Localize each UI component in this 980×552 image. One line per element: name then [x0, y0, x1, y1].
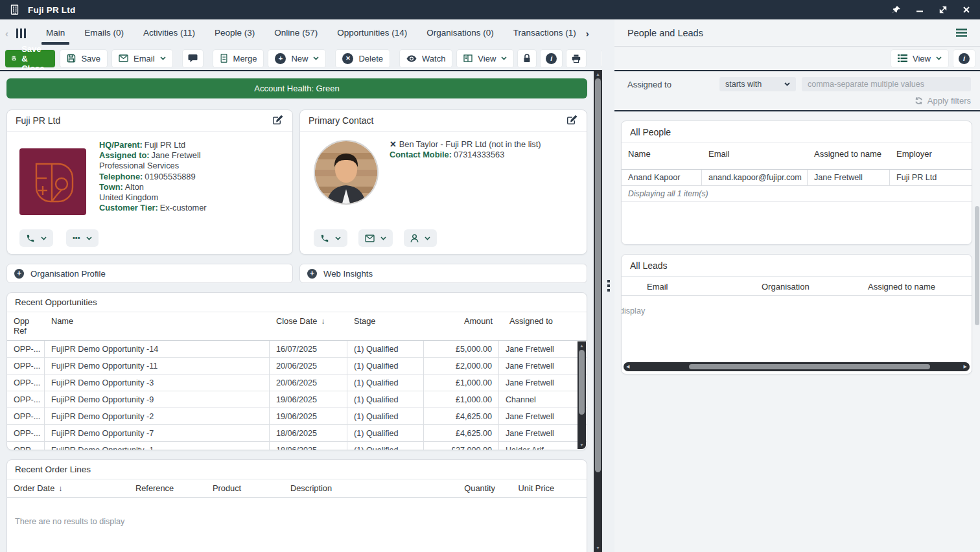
edit-organisation-button[interactable]	[272, 115, 284, 126]
columns-icon	[463, 54, 472, 62]
table-row[interactable]: OPP-... FujiPR Demo Opportunity -1 18/06…	[7, 442, 587, 450]
eye-icon	[406, 55, 417, 62]
close-icon[interactable]	[962, 6, 970, 14]
chevron-down-icon	[501, 56, 507, 60]
chevron-down-icon	[425, 236, 430, 240]
organisation-profile-label: Organisation Profile	[30, 269, 106, 279]
comment-button[interactable]	[183, 50, 203, 67]
delete-button[interactable]: ✕ Delete	[336, 50, 390, 67]
tabs-scroll-left-icon[interactable]: ‹	[5, 28, 8, 39]
table-row[interactable]: OPP-... FujiPR Demo Opportunity -9 19/06…	[7, 391, 587, 408]
record-tab[interactable]: People (3)	[205, 19, 264, 47]
watch-button[interactable]: Watch	[400, 50, 452, 67]
all-leads-card: All Leads Email Organisation Assigned to…	[621, 254, 972, 374]
right-panel-toolbar: View i	[614, 47, 980, 70]
info-button[interactable]: i	[541, 50, 562, 67]
email-button[interactable]: Email	[112, 50, 172, 67]
web-insights-panel[interactable]: + Web Insights	[299, 264, 587, 283]
envelope-icon	[365, 235, 375, 242]
hamburger-menu-icon[interactable]	[956, 29, 967, 37]
ellipsis-icon: •••	[73, 235, 80, 242]
right-panel-scrollbar[interactable]	[975, 206, 979, 325]
record-tab[interactable]: Activities (11)	[134, 19, 205, 47]
col-email[interactable]: Email	[647, 282, 668, 292]
col-email[interactable]: Email	[702, 149, 808, 169]
table-row[interactable]: OPP-... FujiPR Demo Opportunity -11 20/0…	[7, 358, 587, 374]
col-name[interactable]: Name	[45, 312, 270, 340]
lock-button[interactable]	[518, 50, 536, 67]
record-tab[interactable]: Transactions (1)	[504, 19, 586, 47]
main-scrollbar[interactable]: ▲ ▼	[594, 70, 602, 552]
contact-mobile-line: Contact Mobile:07314333563	[390, 150, 541, 160]
edit-contact-button[interactable]	[566, 115, 578, 126]
save-and-close-button[interactable]: Save & Close	[5, 50, 55, 67]
col-assigned-to-name[interactable]: Assigned to name	[808, 149, 890, 169]
view-button[interactable]: View	[457, 50, 513, 67]
col-amount[interactable]: Amount	[424, 312, 499, 340]
apply-filters-button[interactable]: Apply filters	[627, 96, 971, 106]
opportunities-scrollbar[interactable]: ▲ ▼	[578, 341, 586, 449]
table-row[interactable]: OPP-... FujiPR Demo Opportunity -14 16/0…	[7, 341, 587, 358]
col-stage[interactable]: Stage	[347, 312, 424, 340]
col-organisation[interactable]: Organisation	[762, 282, 810, 292]
save-button[interactable]: Save	[60, 50, 107, 67]
phone-icon	[26, 234, 35, 243]
col-description[interactable]: Description	[290, 483, 411, 493]
col-assigned-to[interactable]: Assigned to	[499, 312, 587, 340]
chevron-down-icon	[335, 236, 341, 240]
recent-order-lines-card: Recent Order Lines Order Date↓ Reference…	[6, 459, 587, 552]
chevron-down-icon	[86, 236, 92, 240]
tab-grip-icon[interactable]	[16, 29, 26, 38]
col-product[interactable]: Product	[213, 483, 290, 493]
col-name[interactable]: Name	[622, 149, 702, 169]
chevron-down-icon	[784, 82, 790, 86]
maximize-icon[interactable]	[939, 5, 948, 14]
contact-avatar	[314, 140, 379, 205]
order-lines-header-row: Order Date↓ Reference Product Descriptio…	[7, 479, 587, 498]
col-quantity[interactable]: Quantity	[411, 483, 495, 493]
contact-email-button[interactable]	[358, 229, 393, 247]
record-tab[interactable]: Emails (0)	[75, 19, 134, 47]
col-unit-price[interactable]: Unit Price	[495, 483, 587, 493]
contact-call-button[interactable]	[314, 229, 347, 247]
org-call-button[interactable]	[19, 229, 53, 247]
filter-value-input[interactable]	[802, 77, 971, 91]
col-reference[interactable]: Reference	[135, 483, 213, 493]
minimize-icon[interactable]	[916, 6, 924, 14]
filter-operator-select[interactable]: starts with	[719, 77, 796, 91]
right-panel-content: All People Name Email Assigned to name E…	[614, 111, 980, 552]
record-tab[interactable]: Opportunities (14)	[327, 19, 417, 47]
leads-horizontal-scrollbar[interactable]: ◀ ▶	[624, 362, 970, 371]
print-button[interactable]	[566, 50, 586, 67]
right-view-button[interactable]: View	[891, 50, 948, 67]
record-tab[interactable]: Main	[36, 19, 75, 47]
window-titlebar: Fuji PR Ltd	[0, 0, 980, 19]
col-employer[interactable]: Employer	[890, 149, 972, 169]
col-assigned-to-name[interactable]: Assigned to name	[868, 282, 935, 292]
new-button[interactable]: + New	[268, 50, 325, 67]
merge-button[interactable]: Merge	[213, 50, 264, 67]
pin-icon[interactable]	[892, 5, 901, 14]
table-row[interactable]: Anand Kapoor anand.kapoor@fujipr.com Jan…	[622, 169, 972, 186]
table-row[interactable]: OPP-... FujiPR Demo Opportunity -7 18/06…	[7, 425, 587, 442]
clear-contact-icon[interactable]: ✕	[390, 139, 397, 149]
right-info-button[interactable]: i	[953, 50, 975, 67]
window-title: Fuji PR Ltd	[28, 5, 75, 15]
printer-icon	[572, 54, 581, 63]
record-tab[interactable]: Organisations (0)	[417, 19, 504, 47]
people-count-footer: Displaying all 1 item(s)	[622, 186, 972, 201]
organisation-profile-panel[interactable]: + Organisation Profile	[6, 264, 293, 283]
panel-splitter[interactable]	[602, 19, 614, 552]
col-order-date[interactable]: Order Date↓	[7, 483, 135, 493]
organisation-card-title: Fuji PR Ltd	[16, 115, 60, 126]
tabs-scroll-right-icon[interactable]: ›	[586, 28, 600, 39]
col-close-date[interactable]: Close Date↓	[270, 312, 347, 340]
table-row[interactable]: OPP-... FujiPR Demo Opportunity -3 20/06…	[7, 374, 587, 391]
col-opp-ref[interactable]: Opp Ref	[7, 312, 45, 340]
contact-person-button[interactable]	[404, 229, 437, 247]
record-tab[interactable]: Online (57)	[264, 19, 327, 47]
table-row[interactable]: OPP-... FujiPR Demo Opportunity -2 19/06…	[7, 408, 587, 425]
filter-field-label: Assigned to	[627, 80, 719, 89]
org-more-button[interactable]: •••	[66, 229, 99, 247]
chevron-down-icon	[313, 56, 319, 60]
